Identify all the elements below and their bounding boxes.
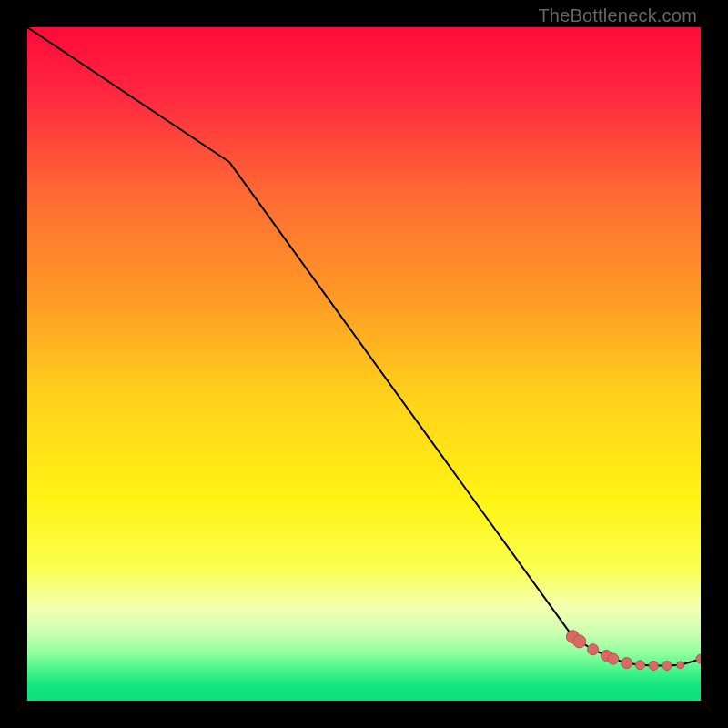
data-point [677, 662, 684, 669]
watermark-text: TheBottleneck.com [538, 5, 697, 26]
chart-stage: TheBottleneck.com [0, 0, 728, 728]
data-point [573, 635, 586, 648]
bottleneck-curve [27, 27, 701, 666]
data-point [662, 662, 672, 671]
chart-overlay [27, 27, 701, 701]
data-point [696, 654, 701, 663]
data-point [622, 658, 632, 669]
data-point [635, 661, 644, 670]
data-point [588, 644, 599, 655]
plot-area [27, 27, 701, 701]
data-point [649, 662, 658, 671]
data-point [608, 653, 619, 664]
